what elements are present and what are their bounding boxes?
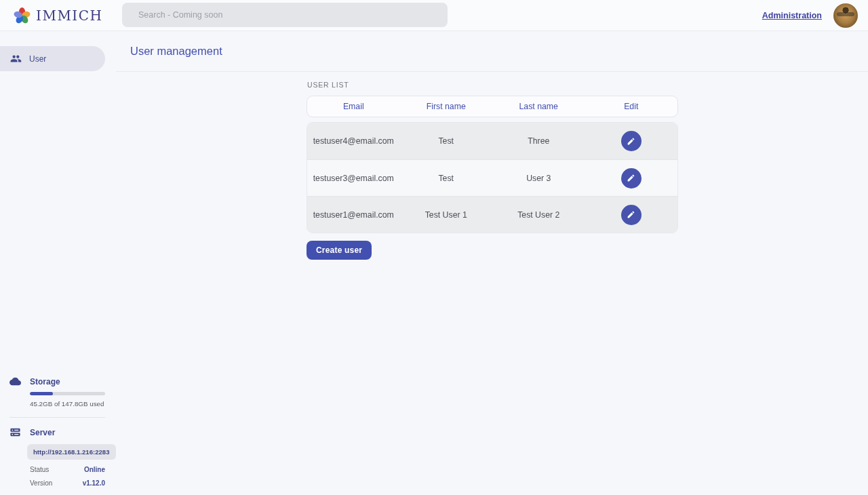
server-icon xyxy=(9,427,21,438)
users-icon xyxy=(10,53,22,64)
navbar-right: Administration xyxy=(762,0,858,31)
page-header: User management xyxy=(116,31,868,72)
col-header-email: Email xyxy=(307,102,400,111)
create-user-button[interactable]: Create user xyxy=(307,241,372,260)
storage-progress-fill xyxy=(30,392,53,395)
pencil-icon xyxy=(627,210,635,219)
user-list-label: USER LIST xyxy=(307,81,678,89)
server-url: http://192.168.1.216:2283 xyxy=(27,444,116,460)
user-list-section: USER LIST Email First name Last name Edi… xyxy=(307,81,678,260)
table-row: testuser4@email.com Test Three xyxy=(307,123,677,159)
cell-first-name: Test User 1 xyxy=(400,210,493,220)
table-row: testuser3@email.com Test User 3 xyxy=(307,159,677,196)
cell-last-name: Test User 2 xyxy=(492,210,585,220)
storage-title: Storage xyxy=(30,377,60,387)
table-header-row: Email First name Last name Edit xyxy=(307,96,678,117)
sidebar-footer: Storage 45.2GB of 147.8GB used xyxy=(0,376,105,487)
edit-user-button[interactable] xyxy=(621,205,642,225)
cell-last-name: Three xyxy=(492,136,585,146)
search-input[interactable] xyxy=(122,3,448,27)
col-header-edit: Edit xyxy=(585,102,678,111)
pencil-icon xyxy=(627,174,635,182)
page-title: User management xyxy=(130,45,222,58)
server-title: Server xyxy=(30,428,55,437)
cell-email: testuser1@email.com xyxy=(307,210,400,220)
edit-user-button[interactable] xyxy=(621,168,642,189)
table-body: testuser4@email.com Test Three testuser3… xyxy=(307,122,678,233)
administration-link[interactable]: Administration xyxy=(762,11,822,20)
sidebar-item-label: User xyxy=(29,54,46,64)
user-avatar[interactable] xyxy=(833,3,858,28)
server-status-value: Online xyxy=(84,466,105,473)
cell-first-name: Test xyxy=(400,174,493,183)
storage-section: Storage 45.2GB of 147.8GB used xyxy=(0,376,105,408)
cell-last-name: User 3 xyxy=(492,174,585,183)
pencil-icon xyxy=(627,137,635,146)
table-row: testuser1@email.com Test User 1 Test Use… xyxy=(307,196,677,233)
immich-logo-icon xyxy=(13,7,31,25)
main-content: User management USER LIST Email First na… xyxy=(105,31,868,495)
server-version-row: Version v1.12.0 xyxy=(30,479,105,487)
edit-user-button[interactable] xyxy=(621,131,642,151)
server-status-row: Status Online xyxy=(30,466,105,473)
sidebar: User Storage 45.2GB of 147.8GB used xyxy=(0,31,105,495)
cell-first-name: Test xyxy=(400,136,493,146)
cell-email: testuser4@email.com xyxy=(307,136,400,146)
sidebar-item-user[interactable]: User xyxy=(0,46,105,71)
col-header-first-name: First name xyxy=(400,102,493,111)
storage-progress-bar xyxy=(30,392,105,395)
sidebar-divider xyxy=(9,417,105,418)
storage-usage-text: 45.2GB of 147.8GB used xyxy=(30,400,105,408)
server-version-value: v1.12.0 xyxy=(83,479,105,487)
cell-email: testuser3@email.com xyxy=(307,174,400,183)
server-version-label: Version xyxy=(30,479,52,487)
brand-title: IMMICH xyxy=(36,7,103,24)
top-navbar: IMMICH Administration xyxy=(0,0,868,31)
brand: IMMICH xyxy=(13,0,103,31)
server-status-label: Status xyxy=(30,466,49,473)
cloud-icon xyxy=(9,376,21,387)
server-section: Server http://192.168.1.216:2283 Status … xyxy=(0,427,105,487)
col-header-last-name: Last name xyxy=(492,102,585,111)
